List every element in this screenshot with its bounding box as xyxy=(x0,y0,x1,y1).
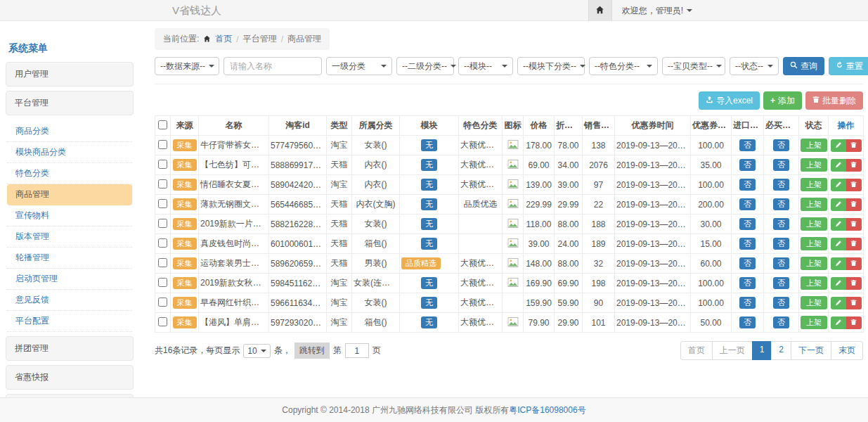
edit-button[interactable] xyxy=(831,179,846,191)
sidebar-item-2[interactable]: 商品分类 xyxy=(7,121,132,142)
imported-toggle[interactable]: 否 xyxy=(739,297,756,309)
must-buy-toggle[interactable]: 否 xyxy=(773,198,789,210)
filter-select-after-5[interactable]: --宝贝类型-- xyxy=(662,57,725,75)
imported-toggle[interactable]: 否 xyxy=(739,198,756,210)
row-checkbox[interactable] xyxy=(158,298,167,307)
edit-button[interactable] xyxy=(831,139,846,152)
delete-button[interactable] xyxy=(846,238,862,250)
delete-button[interactable] xyxy=(846,277,862,290)
sidebar-item-11[interactable]: 平台配置 xyxy=(7,311,132,332)
sidebar-group-0[interactable]: 用户管理 xyxy=(6,62,134,87)
sidebar-item-6[interactable]: 宣传物料 xyxy=(7,205,132,226)
must-buy-toggle[interactable]: 否 xyxy=(773,277,789,289)
status-badge[interactable]: 上架 xyxy=(801,257,827,270)
must-buy-toggle[interactable]: 否 xyxy=(773,139,789,151)
status-badge[interactable]: 上架 xyxy=(801,178,827,191)
row-checkbox[interactable] xyxy=(158,160,167,169)
delete-button[interactable] xyxy=(846,159,862,172)
row-checkbox[interactable] xyxy=(158,199,167,208)
status-badge[interactable]: 上架 xyxy=(801,296,827,309)
row-checkbox[interactable] xyxy=(158,179,167,188)
status-badge[interactable]: 上架 xyxy=(801,316,827,329)
imported-toggle[interactable]: 否 xyxy=(739,277,756,289)
status-badge[interactable]: 上架 xyxy=(801,237,827,250)
pager-item-1[interactable]: 上一页 xyxy=(712,341,753,360)
select-all-checkbox[interactable] xyxy=(158,120,167,129)
filter-select-after-2[interactable]: --模块-- xyxy=(458,57,513,75)
must-buy-toggle[interactable]: 否 xyxy=(773,238,789,250)
edit-button[interactable] xyxy=(831,277,846,290)
sidebar-item-7[interactable]: 版本管理 xyxy=(7,226,132,248)
sidebar-item-4[interactable]: 特色分类 xyxy=(7,163,132,184)
status-badge[interactable]: 上架 xyxy=(801,158,827,172)
must-buy-toggle[interactable]: 否 xyxy=(773,297,789,309)
name-search-input[interactable] xyxy=(224,57,322,75)
pager-item-5[interactable]: 末页 xyxy=(831,341,863,360)
sidebar-item-8[interactable]: 轮播管理 xyxy=(7,248,132,269)
status-badge[interactable]: 上架 xyxy=(801,139,827,152)
user-menu[interactable]: 欢迎您，管理员! xyxy=(612,0,692,21)
filter-select-after-6[interactable]: --状态-- xyxy=(730,57,779,75)
edit-button[interactable] xyxy=(831,218,846,231)
edit-button[interactable] xyxy=(831,257,846,270)
add-button[interactable]: + 添加 xyxy=(763,91,802,110)
sidebar-item-9[interactable]: 启动页管理 xyxy=(7,269,132,290)
imported-toggle[interactable]: 否 xyxy=(739,179,756,191)
sidebar-item-5[interactable]: 商品管理 xyxy=(7,184,132,205)
batch-delete-button[interactable]: 批量删除 xyxy=(805,91,863,110)
delete-button[interactable] xyxy=(846,257,862,270)
sidebar-item-3[interactable]: 模块商品分类 xyxy=(7,142,132,163)
must-buy-toggle[interactable]: 否 xyxy=(773,257,789,269)
jump-button[interactable]: 跳转到 xyxy=(294,343,330,359)
page-size-select[interactable]: 10 xyxy=(243,344,270,358)
filter-select-before-0[interactable]: --数据来源-- xyxy=(155,57,219,75)
filter-select-after-3[interactable]: --模块下分类-- xyxy=(517,57,585,75)
must-buy-toggle[interactable]: 否 xyxy=(773,316,789,328)
filter-select-after-1[interactable]: --二级分类-- xyxy=(396,57,454,75)
delete-button[interactable] xyxy=(846,198,862,211)
must-buy-toggle[interactable]: 否 xyxy=(773,179,789,191)
page-number-input[interactable] xyxy=(345,343,369,358)
pager-item-2[interactable]: 1 xyxy=(752,341,772,360)
edit-button[interactable] xyxy=(831,159,846,172)
imported-toggle[interactable]: 否 xyxy=(739,257,756,269)
row-checkbox[interactable] xyxy=(158,219,167,228)
pager-item-0[interactable]: 首页 xyxy=(680,341,713,360)
row-checkbox[interactable] xyxy=(158,258,167,267)
row-checkbox[interactable] xyxy=(158,278,167,287)
sidebar-item-10[interactable]: 意见反馈 xyxy=(7,290,132,311)
filter-select-after-4[interactable]: --特色分类-- xyxy=(589,57,658,75)
edit-button[interactable] xyxy=(831,238,846,250)
status-badge[interactable]: 上架 xyxy=(801,276,827,290)
pager-item-3[interactable]: 2 xyxy=(771,341,791,360)
imported-toggle[interactable]: 否 xyxy=(739,159,756,171)
imported-toggle[interactable]: 否 xyxy=(739,316,756,328)
reset-button[interactable]: 重置 xyxy=(829,57,868,75)
import-excel-button[interactable]: 导入excel xyxy=(699,91,760,110)
sidebar-group-1[interactable]: 平台管理 xyxy=(6,91,134,115)
status-badge[interactable]: 上架 xyxy=(801,217,827,231)
delete-button[interactable] xyxy=(846,139,862,152)
edit-button[interactable] xyxy=(831,198,846,211)
imported-toggle[interactable]: 否 xyxy=(739,139,756,151)
status-badge[interactable]: 上架 xyxy=(801,198,827,211)
row-checkbox[interactable] xyxy=(158,317,167,326)
sidebar-group-13[interactable]: 省惠快报 xyxy=(6,365,134,390)
delete-button[interactable] xyxy=(846,218,862,231)
imported-toggle[interactable]: 否 xyxy=(739,238,756,250)
edit-button[interactable] xyxy=(831,316,846,329)
must-buy-toggle[interactable]: 否 xyxy=(773,218,789,230)
delete-button[interactable] xyxy=(846,179,862,191)
delete-button[interactable] xyxy=(846,316,862,329)
row-checkbox[interactable] xyxy=(158,140,167,149)
sidebar-group-12[interactable]: 拼团管理 xyxy=(6,336,134,361)
pager-item-4[interactable]: 下一页 xyxy=(791,341,831,360)
row-checkbox[interactable] xyxy=(158,238,167,248)
edit-button[interactable] xyxy=(831,297,846,309)
filter-select-after-0[interactable]: 一级分类 xyxy=(326,57,392,75)
delete-button[interactable] xyxy=(846,297,862,309)
breadcrumb-home-link[interactable]: 首页 xyxy=(215,33,232,45)
icp-link[interactable]: 粤ICP备16098006号 xyxy=(509,405,585,415)
home-button[interactable] xyxy=(588,0,612,21)
imported-toggle[interactable]: 否 xyxy=(739,218,756,230)
